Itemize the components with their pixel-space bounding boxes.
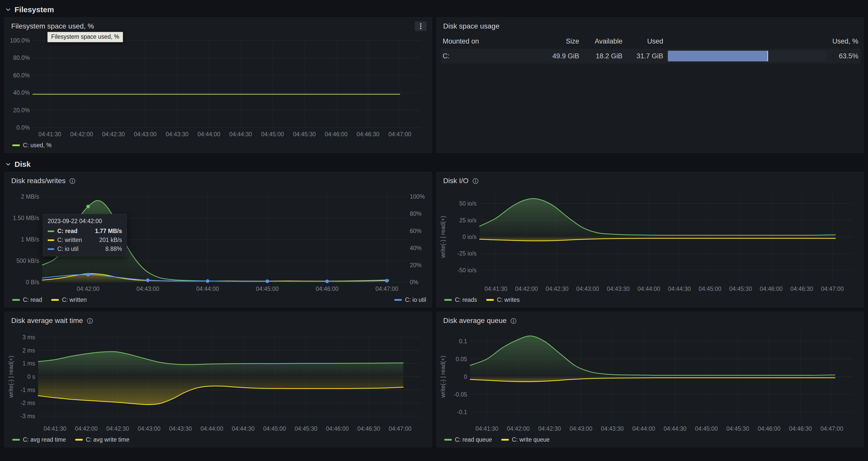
cell-used-pct: 63.5% (828, 52, 858, 60)
row-disk-1: Disk reads/writes 2023-09-22 04:42:00 C:… (4, 172, 864, 307)
svg-text:50 io/s: 50 io/s (459, 200, 476, 207)
legend-item-c-io-util[interactable]: C: io util (394, 297, 426, 303)
series-swatch (486, 299, 494, 301)
kebab-icon (417, 23, 425, 30)
panel-title[interactable]: Filesystem space used, % (11, 22, 94, 30)
svg-text:04:47:00: 04:47:00 (820, 425, 843, 432)
panel-disk-io: Disk I/O 50 io/s25 io/s0 io/s-25 io/s-50… (436, 172, 864, 307)
svg-text:04:47:00: 04:47:00 (389, 131, 411, 137)
svg-text:04:46:30: 04:46:30 (356, 131, 379, 137)
panel-title[interactable]: Disk space usage (443, 22, 499, 30)
svg-text:25 io/s: 25 io/s (459, 217, 476, 224)
legend-label: C: written (62, 297, 87, 303)
chart-disk-avg-queue[interactable]: 0.10.050-0.05-0.104:41:3004:42:0004:42:3… (439, 327, 860, 434)
svg-text:04:42:30: 04:42:30 (106, 425, 129, 432)
legend-item-c-writes[interactable]: C: writes (486, 297, 520, 303)
svg-text:04:43:30: 04:43:30 (607, 285, 630, 292)
legend-item-c-reads[interactable]: C: reads (444, 297, 477, 303)
svg-text:04:43:00: 04:43:00 (136, 285, 159, 292)
svg-text:40%: 40% (410, 245, 422, 251)
section-header-filesystem[interactable]: Filesystem (4, 3, 864, 17)
info-icon[interactable] (87, 317, 93, 324)
legend-item-read-queue[interactable]: C: read queue (444, 436, 492, 443)
gauge-fill (668, 51, 768, 61)
svg-text:0.1: 0.1 (459, 338, 467, 345)
svg-text:60.0%: 60.0% (13, 72, 30, 79)
legend: C: avg read time C: avg write time (7, 434, 428, 447)
panel-title[interactable]: Disk average queue (443, 316, 506, 325)
svg-text:04:44:30: 04:44:30 (229, 131, 252, 137)
legend-label: C: avg write time (86, 436, 129, 443)
svg-text:0.0%: 0.0% (17, 124, 30, 131)
cell-used: 31.7 GiB (622, 52, 663, 60)
legend-item-c-used[interactable]: C: used, % (12, 142, 52, 149)
chart-disk-avg-wait[interactable]: 3 ms2 ms1 ms0 s-1 ms-2 ms-3 ms04:41:3004… (7, 327, 428, 434)
row-disk-2: Disk average wait time 3 ms2 ms1 ms0 s-1… (4, 312, 864, 447)
legend-item-write-queue[interactable]: C: write queue (501, 436, 550, 443)
svg-text:-2 ms: -2 ms (21, 400, 35, 406)
chart-filesystem-space-used[interactable]: 100.0%80.0%60.0%40.0%20.0%0.0%04:41:3004… (7, 33, 428, 139)
series-swatch (444, 299, 452, 301)
svg-text:write(-) | read(+): write(-) | read(+) (440, 356, 446, 398)
col-header-mounted-on[interactable]: Mounted on (443, 37, 536, 45)
info-icon[interactable] (69, 178, 75, 184)
svg-text:04:42:00: 04:42:00 (77, 285, 100, 292)
section-header-disk[interactable]: Disk (4, 157, 864, 172)
legend: C: reads C: writes (439, 294, 860, 307)
panel-title[interactable]: Disk reads/writes (11, 177, 65, 185)
svg-text:0 s: 0 s (27, 373, 35, 380)
svg-text:04:44:00: 04:44:00 (200, 425, 223, 432)
tooltip-timestamp: 2023-09-22 04:42:00 (48, 218, 122, 225)
legend-label: C: write queue (512, 436, 550, 443)
svg-text:04:42:00: 04:42:00 (70, 131, 93, 137)
legend-item-c-written[interactable]: C: written (51, 297, 87, 303)
legend-item-avg-read-time[interactable]: C: avg read time (12, 436, 66, 443)
series-swatch (12, 145, 20, 146)
col-header-size[interactable]: Size (536, 37, 579, 45)
panel-header: Disk average queue (437, 312, 863, 327)
info-icon[interactable] (510, 317, 517, 324)
dashboard: Filesystem Filesystem space used, % File… (0, 0, 868, 447)
svg-text:0%: 0% (410, 279, 418, 285)
svg-text:04:42:30: 04:42:30 (538, 425, 561, 432)
legend-item-c-read[interactable]: C: read (12, 297, 42, 303)
svg-text:40.0%: 40.0% (13, 89, 30, 96)
svg-text:0.05: 0.05 (456, 356, 467, 363)
info-icon[interactable] (472, 178, 479, 184)
svg-text:04:43:00: 04:43:00 (134, 131, 157, 137)
svg-text:04:44:00: 04:44:00 (196, 285, 219, 292)
col-header-available[interactable]: Available (579, 37, 622, 45)
svg-text:04:46:30: 04:46:30 (790, 285, 813, 292)
panel-title[interactable]: Disk average wait time (11, 316, 83, 325)
svg-text:100.0%: 100.0% (10, 37, 30, 44)
svg-text:04:42:00: 04:42:00 (507, 425, 530, 432)
col-header-used[interactable]: Used (622, 37, 663, 45)
svg-text:-0.1: -0.1 (457, 409, 467, 416)
disk-usage-table: Mounted on Size Available Used Used, % C… (437, 32, 863, 63)
svg-text:-50 io/s: -50 io/s (458, 267, 476, 274)
svg-text:04:41:30: 04:41:30 (38, 131, 61, 137)
svg-text:100%: 100% (410, 193, 425, 200)
legend-item-avg-write-time[interactable]: C: avg write time (75, 436, 129, 443)
panel-filesystem-space-used: Filesystem space used, % Filesystem spac… (4, 17, 432, 153)
chart-disk-io[interactable]: 50 io/s25 io/s0 io/s-25 io/s-50 io/s04:4… (439, 187, 860, 294)
svg-text:04:45:00: 04:45:00 (256, 285, 279, 292)
svg-text:2 MB/s: 2 MB/s (21, 193, 39, 200)
panel-title[interactable]: Disk I/O (443, 177, 469, 185)
svg-text:04:44:00: 04:44:00 (197, 131, 220, 137)
series-swatch (12, 299, 20, 301)
svg-text:500 kB/s: 500 kB/s (17, 257, 39, 264)
svg-text:60%: 60% (410, 228, 422, 234)
svg-text:80%: 80% (410, 210, 422, 217)
svg-text:0: 0 (464, 373, 467, 380)
panel-menu-button[interactable] (415, 21, 427, 31)
legend-label: C: read (23, 297, 42, 303)
chart-tooltip: 2023-09-22 04:42:00 C: read 1.77 MB/s C:… (43, 214, 127, 256)
legend-label: C: avg read time (23, 436, 66, 443)
svg-text:-0.05: -0.05 (454, 391, 467, 398)
col-header-used-pct[interactable]: Used, % (828, 37, 858, 45)
svg-text:04:46:00: 04:46:00 (316, 285, 339, 292)
series-swatch (48, 230, 54, 232)
svg-text:04:45:00: 04:45:00 (699, 285, 721, 292)
svg-text:04:45:00: 04:45:00 (695, 425, 718, 432)
